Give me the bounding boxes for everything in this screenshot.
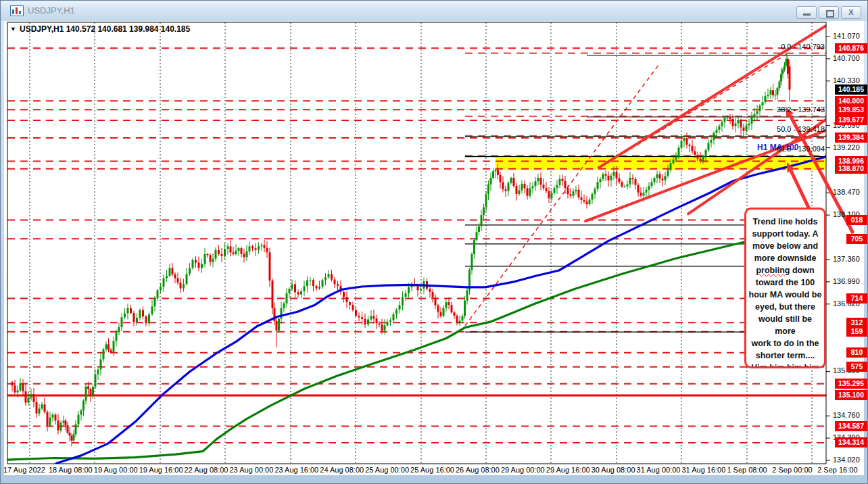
time-axis-label: 2 Sep 16:00: [817, 466, 857, 474]
fib-level-label: 50.0 - 139.418: [777, 125, 825, 133]
price-level-tag: 134.587: [835, 421, 867, 431]
fib-level-label: 0.0 - 140.793: [781, 43, 825, 51]
price-level-tag: 575: [846, 362, 867, 372]
time-axis-label: 22 Aug 08:00: [185, 466, 228, 474]
time-axis-label: 23 Aug 00:00: [230, 466, 274, 474]
current-price-tag: 140.185: [835, 84, 867, 95]
price-level-tag: 810: [846, 347, 867, 358]
time-axis-label: 31 Aug 00:00: [637, 466, 681, 474]
price-axis-label: 140.700: [833, 54, 860, 62]
annotation-line: work to do in the: [748, 337, 823, 349]
price-level-tag: 135.295: [835, 379, 867, 389]
annotation-line: Trend line holds: [748, 216, 823, 228]
time-axis-label: 25 Aug 16:00: [410, 466, 454, 474]
price-axis-label: 137.360: [833, 255, 860, 263]
time-axis-label: 19 Aug 00:00: [94, 466, 138, 474]
price-level-tag: 159: [846, 326, 867, 337]
annotation-line: eyed, but there: [748, 301, 823, 313]
fib-level-label: 38.2 - 139.743: [777, 105, 825, 114]
ohlc-quote-line: USDJPY,H1 140.572 140.681 139.984 140.18…: [20, 24, 190, 34]
time-axis-label: 24 Aug 08:00: [320, 466, 364, 474]
annotation-text-box[interactable]: Trend line holdssupport today. Amove bel…: [744, 208, 826, 368]
price-level-tag: 134.314: [835, 437, 867, 447]
price-level-tag: 138.870: [835, 164, 867, 174]
price-axis-label: 136.990: [833, 277, 860, 285]
time-axis-label: 2 Sep 00:00: [772, 466, 812, 474]
annotation-line: hour MA would be: [748, 289, 823, 301]
price-axis-label: 139.220: [833, 143, 860, 151]
annotation-line: shorter term....: [748, 349, 823, 362]
price-axis-label: 134.020: [833, 456, 860, 464]
misspelled-word: probiing: [756, 266, 790, 275]
time-axis-label: 29 Aug 16:00: [546, 466, 590, 474]
annotation-line: would still be more: [748, 313, 823, 337]
annotation-line: move below and: [748, 240, 823, 252]
quote-dropdown-arrow[interactable]: ▼: [10, 26, 16, 32]
price-level-tag: 139.677: [835, 115, 867, 125]
time-axis-label: 19 Aug 16:00: [139, 466, 183, 474]
annotation-line: support today. A: [748, 228, 823, 240]
price-level-tag: 018: [846, 215, 867, 225]
time-axis-label: 18 Aug 08:00: [49, 466, 93, 474]
fib-level-label: 61.8 - 139.094: [777, 145, 825, 153]
price-level-tag: 139.853: [835, 105, 867, 115]
chart-window: USDJPY,H1 X ▼ USDJPY,H1 140.572 140.681 …: [0, 0, 868, 484]
time-axis-label: 23 Aug 16:00: [274, 466, 318, 474]
time-axis-label: 31 Aug 16:00: [682, 466, 726, 474]
price-axis-label: 134.760: [833, 411, 860, 419]
time-axis-label: 25 Aug 00:00: [365, 466, 409, 474]
price-axis-label: 141.070: [833, 32, 860, 40]
price-level-tag: 714: [846, 293, 867, 304]
annotation-line: Him him him him: [748, 362, 823, 368]
price-level-tag: 135.100: [835, 390, 867, 400]
time-axis-label: 29 Aug 00:00: [501, 466, 545, 474]
time-axis-label: 1 Sep 08:00: [727, 466, 767, 474]
price-axis-label: 140.330: [833, 76, 860, 84]
time-axis-label: 30 Aug 08:00: [592, 466, 635, 474]
annotation-line: more downside: [748, 252, 823, 264]
annotation-line: probiing down: [748, 264, 823, 276]
price-level-tag: 140.876: [835, 43, 867, 53]
price-level-tag: 705: [846, 234, 867, 244]
time-axis-label: 26 Aug 08:00: [456, 466, 500, 474]
price-axis-label: 138.470: [833, 188, 860, 196]
yellow-zone: [496, 158, 826, 170]
price-level-tag: 139.384: [835, 132, 867, 143]
annotation-line: toward the 100: [748, 276, 823, 289]
time-axis-label: 17 Aug 2022: [3, 466, 45, 474]
